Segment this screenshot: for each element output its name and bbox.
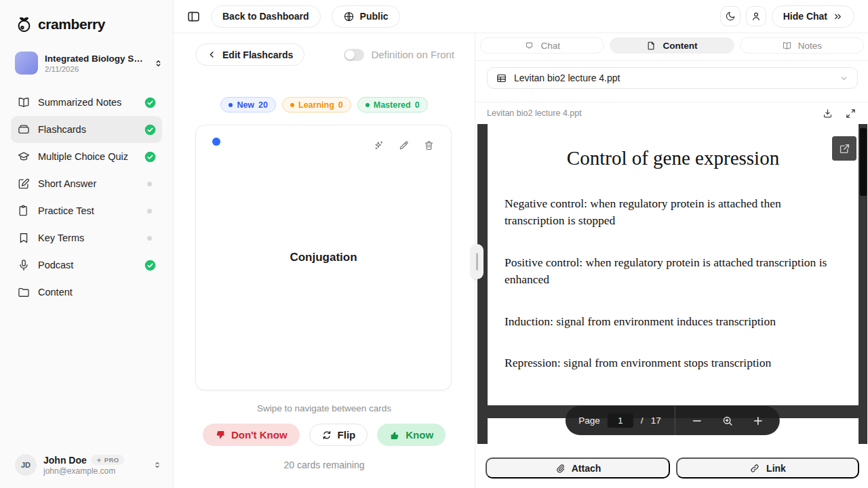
link-button[interactable]: Link xyxy=(676,458,859,479)
sidebar-item-flashcards[interactable]: Flashcards xyxy=(11,116,162,143)
slide-paragraph: Positive control: when regulatory protei… xyxy=(505,254,838,289)
study-set-info: Integrated Biology S… 2/11/2026 xyxy=(45,54,146,73)
globe-icon xyxy=(343,11,355,22)
bookmark-icon xyxy=(17,231,31,245)
double-chevron-right-icon xyxy=(833,12,843,22)
sidebar-item-short-answer[interactable]: Short Answer xyxy=(11,170,162,197)
slide-paragraph: Induction: signal from environment induc… xyxy=(505,313,838,330)
chevron-down-icon xyxy=(839,73,849,83)
panel-resize-handle[interactable] xyxy=(471,244,484,279)
link-icon xyxy=(749,463,760,474)
user-menu[interactable]: JD John Doe PRO john@example.com xyxy=(9,450,167,480)
definition-toggle-label: Definition on Front xyxy=(371,49,454,60)
sidebar-nav: Summarized Notes Flashcards Multiple Cho… xyxy=(0,89,173,306)
page-number-input[interactable]: 1 xyxy=(608,413,633,428)
sidebar-item-key-terms[interactable]: Key Terms xyxy=(11,224,162,251)
check-circle-icon xyxy=(144,151,156,163)
mastered-badge[interactable]: Mastered0 xyxy=(357,97,428,113)
page-label: Page xyxy=(578,415,600,426)
sidebar-item-multiple-choice-quiz[interactable]: Multiple Choice Quiz xyxy=(11,143,162,170)
book-open-icon xyxy=(782,41,792,51)
study-header: Edit Flashcards Definition on Front xyxy=(195,43,454,66)
sidebar-item-content[interactable]: Content xyxy=(11,279,162,306)
flashcard-study-panel: Edit Flashcards Definition on Front New2… xyxy=(174,33,475,488)
account-button[interactable] xyxy=(746,6,766,26)
user-info: John Doe PRO john@example.com xyxy=(43,455,146,476)
viewer-scrollbar[interactable] xyxy=(860,128,867,196)
incomplete-dot-icon xyxy=(147,182,152,186)
file-dropdown[interactable]: Levitan bio2 lecture 4.ppt xyxy=(487,67,858,89)
graduation-cap-icon xyxy=(17,150,31,163)
thumbs-down-icon xyxy=(215,430,226,441)
hide-chat-button[interactable]: Hide Chat xyxy=(772,5,854,28)
sidebar-item-label: Short Answer xyxy=(38,178,140,189)
fullscreen-button[interactable] xyxy=(845,108,856,119)
cards-remaining: 20 cards remaining xyxy=(174,460,475,470)
definition-toggle-group: Definition on Front xyxy=(344,49,454,61)
edit-flashcards-button[interactable]: Edit Flashcards xyxy=(195,43,304,66)
tab-chat[interactable]: Chat xyxy=(480,37,604,54)
pencil-square-icon xyxy=(17,177,31,190)
card-front-text: Conjugation xyxy=(196,125,451,390)
know-button[interactable]: Know xyxy=(377,424,446,446)
incomplete-dot-icon xyxy=(147,209,152,214)
chevron-up-down-icon xyxy=(153,58,163,68)
sidebar-toggle-button[interactable] xyxy=(184,7,202,25)
document-icon xyxy=(646,41,656,51)
table-icon xyxy=(496,73,507,84)
page-controls: Page 1 / 17 xyxy=(565,406,779,435)
panel-tabs: Chat Content Notes xyxy=(480,37,864,54)
zoom-reset-button[interactable] xyxy=(722,415,734,427)
content-panel: Chat Content Notes Levitan bio2 lecture … xyxy=(475,33,868,488)
divider xyxy=(475,60,868,61)
tab-notes[interactable]: Notes xyxy=(740,37,864,54)
learning-badge[interactable]: Learning0 xyxy=(282,97,351,113)
user-name: John Doe xyxy=(43,455,87,466)
viewer-filename: Levitan bio2 lecture 4.ppt xyxy=(487,108,822,118)
sidebar-item-summarized-notes[interactable]: Summarized Notes xyxy=(11,89,162,116)
sidebar-item-label: Podcast xyxy=(38,260,137,270)
flashcard[interactable]: Conjugation xyxy=(195,125,452,390)
app-root: cramberry Integrated Biology S… 2/11/202… xyxy=(0,0,868,488)
paperclip-icon xyxy=(555,463,566,474)
download-button[interactable] xyxy=(822,108,833,119)
chevron-up-down-icon xyxy=(153,460,162,470)
flip-icon xyxy=(321,430,332,441)
tab-content[interactable]: Content xyxy=(610,37,734,54)
logo-text: cramberry xyxy=(38,16,105,33)
slide-page: Control of gene expression Negative cont… xyxy=(488,124,859,405)
sidebar-item-podcast[interactable]: Podcast xyxy=(11,251,162,279)
definition-on-front-toggle[interactable] xyxy=(344,49,364,61)
viewer-header: Levitan bio2 lecture 4.ppt xyxy=(475,102,868,124)
slide-title: Control of gene expression xyxy=(488,147,859,169)
dark-mode-toggle-button[interactable] xyxy=(720,6,741,26)
person-icon xyxy=(751,11,762,22)
sidebar-item-practice-test[interactable]: Practice Test xyxy=(11,197,162,224)
new-badge[interactable]: New20 xyxy=(220,97,276,113)
open-in-new-button[interactable] xyxy=(832,136,856,161)
zoom-out-button[interactable] xyxy=(691,415,703,427)
berry-logo-icon xyxy=(15,15,33,33)
zoom-in-button[interactable] xyxy=(752,415,764,427)
check-circle-icon xyxy=(144,97,156,108)
slide-paragraph: Repression: signal from environment stop… xyxy=(505,354,838,371)
flashcards-icon xyxy=(17,123,31,136)
sidebar-item-label: Practice Test xyxy=(38,205,140,216)
dont-know-button[interactable]: Don't Know xyxy=(203,424,300,446)
plus-icon xyxy=(752,415,764,427)
sidebar-item-label: Content xyxy=(38,287,156,298)
green-dot-icon xyxy=(366,103,370,107)
slide-body: Negative control: when regulatory protei… xyxy=(505,195,838,371)
page-divider: / xyxy=(641,415,644,426)
book-open-icon xyxy=(17,96,31,109)
chevron-left-icon xyxy=(207,49,217,60)
check-circle-icon xyxy=(144,124,156,136)
study-set-selector[interactable]: Integrated Biology S… 2/11/2026 xyxy=(9,47,169,79)
attach-button[interactable]: Attach xyxy=(486,458,670,479)
document-viewer: Control of gene expression Negative cont… xyxy=(477,124,867,444)
flip-button[interactable]: Flip xyxy=(309,424,368,446)
public-button[interactable]: Public xyxy=(332,5,400,28)
moon-icon xyxy=(725,11,736,22)
back-to-dashboard-button[interactable]: Back to Dashboard xyxy=(211,5,321,28)
open-in-new-icon xyxy=(838,142,851,155)
